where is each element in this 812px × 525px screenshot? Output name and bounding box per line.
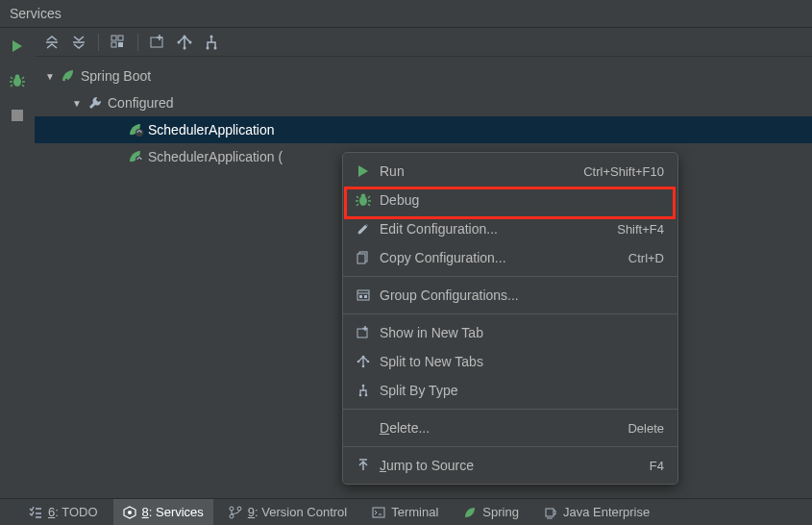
new-tab-button[interactable] <box>146 31 169 54</box>
svg-point-22 <box>237 507 241 511</box>
statusbar-java-enterprise-button[interactable]: Java Enterprise <box>534 499 659 525</box>
svg-rect-25 <box>546 509 554 516</box>
leaf-icon <box>463 506 477 519</box>
menu-item-shortcut: Delete <box>627 421 664 436</box>
tree-node-label: Configured <box>108 95 174 111</box>
svg-rect-9 <box>151 38 162 47</box>
tree-node-label: SchedulerApplication <box>148 122 275 138</box>
menu-item-split[interactable]: Split to New Tabs <box>343 347 677 376</box>
svg-point-35 <box>362 356 365 359</box>
svg-point-39 <box>362 385 365 388</box>
copy-icon <box>353 251 374 264</box>
tree-node-label: SchedulerApplication ( <box>148 149 283 164</box>
tree-node-springboot[interactable]: ▼ Spring Boot <box>35 62 812 89</box>
split-tabs-button[interactable] <box>173 31 196 54</box>
menu-item-label: Jump to Source <box>380 458 638 473</box>
svg-rect-8 <box>118 42 123 47</box>
bug-icon <box>353 192 374 208</box>
spring-app-icon <box>127 149 144 164</box>
svg-point-40 <box>359 394 362 397</box>
collapse-all-button[interactable] <box>67 31 90 54</box>
branch-icon <box>229 506 242 519</box>
javaee-icon <box>544 506 557 519</box>
svg-point-10 <box>184 35 186 38</box>
chevron-down-icon: ▼ <box>44 71 56 82</box>
bug-icon <box>10 73 25 88</box>
expand-all-button[interactable] <box>40 31 63 54</box>
toolbar-separator <box>98 34 99 51</box>
menu-item-delete[interactable]: Delete...Delete <box>343 413 677 442</box>
svg-rect-30 <box>357 290 369 300</box>
svg-rect-32 <box>359 295 362 298</box>
menu-item-newtab[interactable]: Show in New Tab <box>343 318 677 347</box>
menu-item-shortcut: Ctrl+Shift+F10 <box>583 164 664 179</box>
svg-point-16 <box>214 46 217 49</box>
split-icon <box>177 35 192 50</box>
menu-item-label: Delete... <box>380 420 616 436</box>
stop-icon <box>12 110 23 121</box>
svg-point-11 <box>178 40 181 43</box>
statusbar-terminal-button[interactable]: Terminal <box>362 499 448 525</box>
svg-rect-33 <box>364 295 367 298</box>
menu-item-jump[interactable]: Jump to SourceF4 <box>343 451 677 480</box>
menu-separator <box>343 446 677 447</box>
collapse-all-icon <box>71 35 86 50</box>
menu-item-debug[interactable]: Debug <box>343 186 677 214</box>
statusbar-version-control-button[interactable]: 9: Version Control <box>219 499 357 525</box>
menu-item-edit[interactable]: Edit Configuration...Shift+F4 <box>343 214 677 243</box>
menu-item-label: Split to New Tabs <box>380 354 652 369</box>
svg-point-27 <box>361 194 366 199</box>
panel-title: Services <box>0 0 812 28</box>
svg-point-14 <box>210 35 213 38</box>
play-icon <box>11 39 24 53</box>
svg-rect-24 <box>373 508 384 517</box>
menu-item-label: Show in New Tab <box>380 325 652 340</box>
debug-button[interactable] <box>7 70 28 91</box>
menu-item-group[interactable]: Group Configurations... <box>343 281 677 310</box>
play-icon <box>353 164 374 178</box>
menu-item-label: Split By Type <box>380 383 652 398</box>
spring-app-icon <box>127 122 144 138</box>
newtab-icon <box>353 326 374 339</box>
svg-point-12 <box>189 40 192 43</box>
split-by-type-button[interactable] <box>200 31 223 54</box>
statusbar-todo-button[interactable]: 6: TODO <box>19 499 108 525</box>
svg-point-36 <box>357 361 360 363</box>
svg-rect-2 <box>12 110 23 121</box>
svg-rect-7 <box>111 42 116 47</box>
svg-point-15 <box>207 46 209 49</box>
vertical-toolbar <box>0 28 35 498</box>
svg-point-38 <box>362 365 365 368</box>
svg-point-37 <box>367 361 370 363</box>
svg-rect-5 <box>111 36 116 40</box>
menu-item-splittype[interactable]: Split By Type <box>343 376 677 405</box>
checklist-icon <box>29 506 42 519</box>
splittype-icon <box>204 35 219 50</box>
newtab-icon <box>150 35 165 50</box>
statusbar-services-button[interactable]: 8: Services <box>113 499 213 525</box>
svg-point-21 <box>230 507 234 511</box>
menu-item-label: Copy Configuration... <box>380 250 617 265</box>
group-icon <box>111 35 126 50</box>
statusbar-spring-button[interactable]: Spring <box>454 499 529 525</box>
stop-button[interactable] <box>7 105 28 126</box>
splittype-icon <box>353 384 374 397</box>
group-icon <box>353 288 374 302</box>
tree-node-app-selected[interactable]: SchedulerApplication <box>35 116 812 143</box>
group-button[interactable] <box>107 31 130 54</box>
pencil-icon <box>353 222 374 236</box>
svg-point-23 <box>230 514 234 518</box>
menu-item-run[interactable]: RunCtrl+Shift+F10 <box>343 157 677 186</box>
toolbar-separator <box>137 34 138 51</box>
status-bar: 6: TODO 8: Services 9: Version Control T… <box>0 498 812 525</box>
menu-item-shortcut: F4 <box>650 459 664 473</box>
services-icon <box>123 506 136 519</box>
svg-point-20 <box>128 511 132 514</box>
menu-item-copy[interactable]: Copy Configuration...Ctrl+D <box>343 243 677 272</box>
tree-node-configured[interactable]: ▼ Configured <box>35 89 812 116</box>
menu-separator <box>343 276 677 277</box>
svg-rect-29 <box>357 254 365 263</box>
run-button[interactable] <box>7 36 28 57</box>
split-icon <box>353 355 374 368</box>
menu-item-label: Edit Configuration... <box>380 221 605 237</box>
